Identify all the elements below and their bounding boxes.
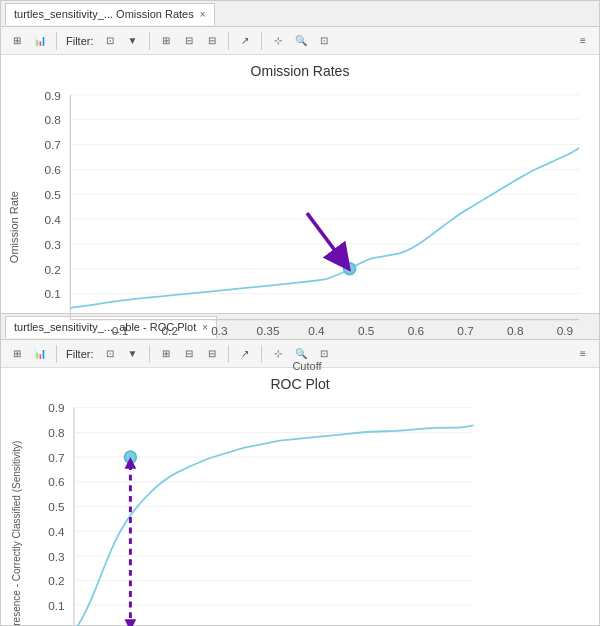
top-tab-close[interactable]: × [200,9,206,20]
export-btn[interactable]: ↗ [235,31,255,51]
bottom-chart-inner: 0.9 0.8 0.7 0.6 0.5 0.4 0.3 0.2 0.1 0 0.… [27,396,591,626]
toolbar-end-top: ≡ [573,31,593,51]
top-toolbar: ⊞ 📊 Filter: ⊡ ▼ ⊞ ⊟ ⊟ ↗ ⊹ 🔍 ⊡ ≡ [1,27,599,55]
svg-text:0.5: 0.5 [358,324,375,338]
svg-text:0.9: 0.9 [44,89,61,103]
top-y-axis-label: Omission Rate [5,83,23,372]
menu-btn-top[interactable]: ≡ [573,31,593,51]
sep2 [149,32,150,50]
svg-text:0.7: 0.7 [44,138,60,152]
filter-btn2[interactable]: ▼ [123,31,143,51]
svg-text:0.4: 0.4 [44,213,61,227]
table-icon[interactable]: ⊞ [7,31,27,51]
top-chart-inner: 0.9 0.8 0.7 0.6 0.5 0.4 0.3 0.2 0.1 0.1 … [23,83,591,372]
filter-btn1[interactable]: ⊡ [100,31,120,51]
col-btn[interactable]: ⊟ [179,31,199,51]
zoom-extent-btn[interactable]: ⊡ [314,31,334,51]
zoom-btn[interactable]: 🔍 [291,31,311,51]
bottom-y-axis-label: Presence - Correctly Classified (Sensiti… [5,396,27,626]
bottom-chart-area: ROC Plot Presence - Correctly Classified… [1,368,599,626]
top-chart-title: Omission Rates [251,63,350,79]
svg-text:0.9: 0.9 [557,324,574,338]
top-chart-area: Omission Rates Omission Rate [1,55,599,376]
svg-text:0.7: 0.7 [48,451,64,464]
top-highlight-point [344,263,356,275]
svg-text:0.7: 0.7 [457,324,473,338]
svg-text:0.3: 0.3 [44,238,61,252]
bottom-chart-title: ROC Plot [270,376,329,392]
sep3 [228,32,229,50]
cursor-btn[interactable]: ⊹ [268,31,288,51]
svg-text:0.1: 0.1 [48,599,64,612]
svg-text:0.4: 0.4 [48,525,65,538]
svg-text:0.8: 0.8 [44,113,61,127]
arrow-down-head [125,619,137,626]
top-arrow [307,213,342,260]
svg-text:0.2: 0.2 [48,574,64,587]
top-tab-bar: turtles_sensitivity_... Omission Rates × [1,1,599,27]
sep4 [261,32,262,50]
sep1 [56,32,57,50]
top-svg-chart: 0.9 0.8 0.7 0.6 0.5 0.4 0.3 0.2 0.1 0.1 … [23,83,591,355]
svg-text:0.3: 0.3 [211,324,228,338]
svg-text:0.8: 0.8 [48,426,65,439]
top-panel: turtles_sensitivity_... Omission Rates ×… [0,0,600,313]
filter-label: Filter: [66,35,94,47]
svg-text:0.6: 0.6 [408,324,425,338]
grid-btn[interactable]: ⊞ [156,31,176,51]
svg-text:0.2: 0.2 [44,263,60,277]
svg-text:0.3: 0.3 [48,550,65,563]
svg-text:0.4: 0.4 [308,324,325,338]
svg-text:0.1: 0.1 [112,324,128,338]
row-btn[interactable]: ⊟ [202,31,222,51]
svg-text:0.8: 0.8 [507,324,524,338]
svg-text:0.5: 0.5 [48,500,65,513]
top-x-axis-label: Cutoff [23,360,591,372]
svg-text:0.2: 0.2 [162,324,178,338]
svg-text:0.9: 0.9 [48,401,64,414]
top-chart-container: Omission Rate 0.9 [1,83,599,372]
svg-text:0.6: 0.6 [48,475,65,488]
svg-text:0.5: 0.5 [44,188,61,202]
svg-text:0.1: 0.1 [44,287,60,301]
top-tab[interactable]: turtles_sensitivity_... Omission Rates × [5,3,215,25]
bottom-svg-chart: 0.9 0.8 0.7 0.6 0.5 0.4 0.3 0.2 0.1 0 0.… [27,396,591,626]
top-tab-label: turtles_sensitivity_... Omission Rates [14,8,194,20]
bottom-chart-container: Presence - Correctly Classified (Sensiti… [1,396,599,626]
svg-text:0.35: 0.35 [256,324,279,338]
chart-icon[interactable]: 📊 [30,31,50,51]
svg-text:0.6: 0.6 [44,163,61,177]
